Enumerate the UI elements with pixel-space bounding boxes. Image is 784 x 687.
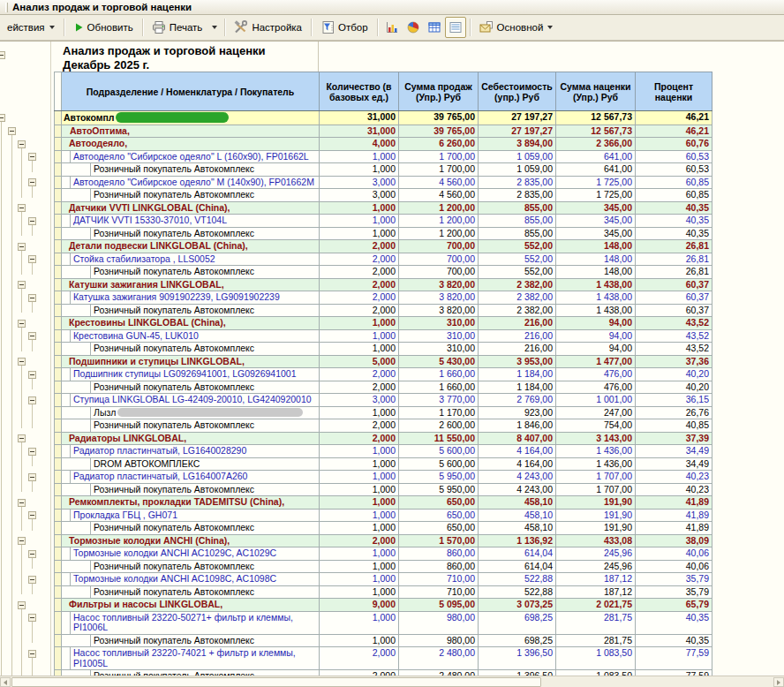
tree-collapse-button[interactable] <box>18 320 26 328</box>
cell-cost[interactable]: 855,00 <box>479 201 556 215</box>
report-row[interactable]: DROM АВТОКОМПЛЕКС1,0005 600,004 164,001 … <box>55 457 712 471</box>
tree-collapse-button[interactable] <box>18 358 26 366</box>
row-label-cell[interactable]: Розничный покупатель Автокомплекс <box>62 634 320 647</box>
cell-quantity[interactable]: 3,000 <box>320 176 399 189</box>
cell-markup-sum[interactable]: 754,00 <box>556 419 636 433</box>
row-label-cell[interactable]: Крестовина GUN-45, LUK010 <box>62 329 320 343</box>
tree-collapse-button[interactable] <box>0 51 5 59</box>
report-row[interactable]: Крестовины LINKGLOBAL (China),1,000310,0… <box>55 317 712 330</box>
report-variant-button[interactable]: Основной <box>474 17 559 38</box>
cell-markup-percent[interactable]: 40,20 <box>636 368 712 381</box>
filter-button[interactable]: Отбор <box>315 17 373 38</box>
cell-sales-sum[interactable]: 650,00 <box>399 496 479 510</box>
cell-markup-sum[interactable]: 191,90 <box>556 522 636 535</box>
cell-sales-sum[interactable]: 1 700,00 <box>399 163 479 177</box>
row-label-cell[interactable]: Катушки зажигания LINKGLOBAL, <box>62 278 320 291</box>
row-stub-cell[interactable] <box>55 394 62 407</box>
cell-quantity[interactable]: 1,000 <box>320 522 399 535</box>
cell-sales-sum[interactable]: 3 770,00 <box>399 394 479 407</box>
row-label-cell[interactable]: Детали подвески LINKGLOBAL (China), <box>62 240 320 253</box>
cell-sales-sum[interactable]: 310,00 <box>399 343 479 356</box>
cell-markup-sum[interactable]: 187,12 <box>556 585 636 599</box>
row-stub-cell[interactable] <box>55 343 62 356</box>
row-label-cell[interactable]: Розничный покупатель Автокомплекс <box>62 189 320 202</box>
row-stub-cell[interactable] <box>55 201 62 215</box>
cell-quantity[interactable]: 2,000 <box>320 266 399 279</box>
row-label-cell[interactable]: Ступица LINKGLOBAL LG-42409-20010, LG424… <box>62 394 320 407</box>
cell-cost[interactable]: 3 073,25 <box>479 599 556 612</box>
cell-markup-sum[interactable]: 148,00 <box>556 266 636 279</box>
cell-quantity[interactable]: 1,000 <box>320 445 399 458</box>
row-label-cell[interactable]: Датчики VVTI LINKGLOBAL (China), <box>62 201 320 215</box>
report-row[interactable]: Розничный покупатель Автокомплекс1,00098… <box>55 634 712 647</box>
report-row[interactable]: Стойка стабилизатора , LLS00522,000700,0… <box>55 253 712 266</box>
cell-markup-percent[interactable]: 26,81 <box>636 253 712 266</box>
cell-markup-sum[interactable]: 433,08 <box>556 534 636 547</box>
cell-cost[interactable]: 216,00 <box>479 329 556 343</box>
row-stub-cell[interactable] <box>55 585 62 599</box>
cell-markup-sum[interactable]: 1 083,50 <box>556 647 636 670</box>
cell-quantity[interactable]: 1,000 <box>320 317 399 330</box>
cell-sales-sum[interactable]: 5 095,00 <box>399 599 479 612</box>
cell-quantity[interactable]: 2,000 <box>320 534 399 547</box>
cell-sales-sum[interactable]: 700,00 <box>399 240 479 253</box>
report-row[interactable]: Датчики VVTI LINKGLOBAL (China),1,0001 2… <box>55 201 712 215</box>
cell-markup-sum[interactable]: 345,00 <box>556 201 636 215</box>
cell-markup-percent[interactable]: 37,36 <box>636 355 712 368</box>
cell-quantity[interactable]: 1,000 <box>320 611 399 634</box>
cell-markup-sum[interactable]: 12 567,73 <box>556 125 636 138</box>
row-label-cell[interactable]: Автоодеяло "Сибирское одеяло" L (160x90)… <box>62 150 320 163</box>
cell-quantity[interactable]: 1,000 <box>320 343 399 356</box>
row-label-cell[interactable]: Автоодеяло "Сибирское одеяло" M (140x90)… <box>62 176 320 189</box>
row-stub-cell[interactable] <box>55 329 62 343</box>
cell-cost[interactable]: 923,00 <box>479 406 556 419</box>
cell-quantity[interactable]: 1,000 <box>320 560 399 573</box>
cell-cost[interactable]: 855,00 <box>479 215 556 228</box>
cell-markup-sum[interactable]: 94,00 <box>556 329 636 343</box>
row-stub-cell[interactable] <box>55 647 62 670</box>
cell-cost[interactable]: 2 769,00 <box>479 394 556 407</box>
report-row[interactable]: Автокомпл31,00039 765,0027 197,2712 567,… <box>55 111 712 125</box>
cell-cost[interactable]: 1 059,00 <box>479 163 556 177</box>
pie-chart-view-button[interactable] <box>403 17 424 38</box>
row-label-cell[interactable]: Подшипник ступицы LG0926941001, LG092694… <box>62 368 320 381</box>
cell-cost[interactable]: 614,04 <box>479 547 556 561</box>
cell-sales-sum[interactable]: 5 430,00 <box>399 355 479 368</box>
row-label-cell[interactable]: Розничный покупатель Автокомплекс <box>62 483 320 496</box>
scroll-right-button[interactable] <box>773 677 784 687</box>
cell-cost[interactable]: 522,88 <box>479 573 556 586</box>
cell-cost[interactable]: 1 184,00 <box>479 368 556 381</box>
row-stub-cell[interactable] <box>55 634 62 647</box>
row-stub-cell[interactable] <box>55 496 62 510</box>
cell-cost[interactable]: 552,00 <box>479 240 556 253</box>
report-row[interactable]: Насос топливный 23220-50271+ фильтр и кл… <box>55 611 712 634</box>
cell-sales-sum[interactable]: 11 550,00 <box>399 432 479 445</box>
cell-markup-sum[interactable]: 1 725,00 <box>556 189 636 202</box>
cell-markup-sum[interactable]: 476,00 <box>556 381 636 394</box>
actions-menu-button[interactable]: ействия <box>2 19 60 36</box>
row-label-cell[interactable]: Розничный покупатель Автокомплекс <box>62 381 320 394</box>
cell-markup-sum[interactable]: 245,96 <box>556 547 636 561</box>
cell-sales-sum[interactable]: 650,00 <box>399 522 479 535</box>
cell-markup-percent[interactable]: 26,81 <box>636 240 712 253</box>
cell-cost[interactable]: 216,00 <box>479 343 556 356</box>
report-row[interactable]: ДАТЧИК VVTI 15330-37010, VT104L1,0001 20… <box>55 215 712 228</box>
report-row[interactable]: Розничный покупатель Автокомплекс1,00031… <box>55 343 712 356</box>
row-label-cell[interactable]: Тормозные колодки ANCHI (China), <box>62 534 320 547</box>
cell-markup-percent[interactable]: 37,39 <box>636 432 712 445</box>
tree-collapse-button[interactable] <box>28 217 36 225</box>
cell-quantity[interactable]: 1,000 <box>320 634 399 647</box>
cell-markup-sum[interactable]: 641,00 <box>556 150 636 163</box>
cell-markup-percent[interactable]: 38,09 <box>636 534 712 547</box>
row-stub-cell[interactable] <box>55 611 62 634</box>
pivot-view-button[interactable] <box>445 17 466 38</box>
row-stub-cell[interactable] <box>55 189 62 202</box>
row-label-cell[interactable]: Розничный покупатель Автокомплекс <box>62 266 320 279</box>
row-label-cell[interactable]: Тормозные колодки ANCHI AC1029C, AC1029C <box>62 547 320 561</box>
report-row[interactable]: Розничный покупатель Автокомплекс1,00065… <box>55 522 712 535</box>
cell-markup-percent[interactable]: 40,35 <box>636 611 712 634</box>
cell-sales-sum[interactable]: 710,00 <box>399 585 479 599</box>
cell-cost[interactable]: 458,10 <box>479 496 556 510</box>
cell-quantity[interactable]: 3,000 <box>320 394 399 407</box>
report-row[interactable]: Тормозные колодки ANCHI AC1098C, AC1098C… <box>55 573 712 586</box>
